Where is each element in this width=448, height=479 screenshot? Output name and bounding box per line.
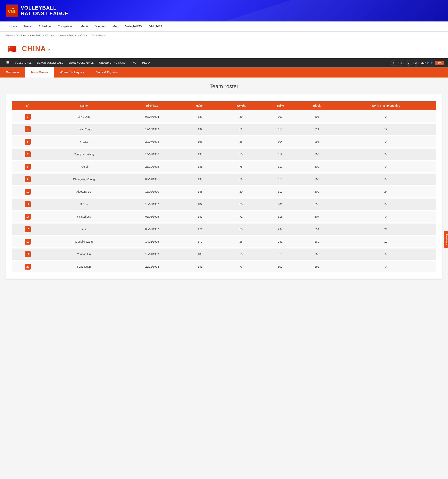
nav-men[interactable]: Men [109,21,122,32]
cell-height: 193 [180,173,220,185]
cell-birthdate: 23/10/1995 [124,161,180,172]
cell-weight: 66 [220,136,262,147]
cell-weight: 80 [220,173,262,185]
breadcrumb-item-3[interactable]: Women's Teams [58,34,76,37]
fivb-subnav: ☰ VOLLEYBALL BEACH VOLLEYBALL SNOW VOLLE… [0,58,448,67]
breadcrumb-item-2[interactable]: Women [45,34,54,37]
cell-height: 171 [180,224,220,235]
cell-birthdate: 16/02/1990 [124,186,180,197]
cell-block: 311 [299,124,335,135]
cell-block: 305 [299,248,335,260]
fivb-logo-small: FIVB [435,61,444,65]
cell-championships: 0 [335,111,436,122]
cell-number: 7 [12,148,44,160]
nav-schedule[interactable]: Schedule [35,21,54,32]
cell-weight: 65 [220,199,262,210]
section-title: Team roster [6,83,442,90]
cell-birthdate: 14/07/1997 [124,148,180,160]
number-badge: 19 [25,251,31,257]
cell-championships: 0 [335,161,436,172]
cell-spike: 309 [262,111,299,122]
cell-spike: 289 [262,236,299,247]
cell-spike: 306 [262,199,299,210]
number-badge: 5 [25,139,31,145]
cell-birthdate: 22/07/1998 [124,136,180,147]
hero-header: FIVB VNL VOLLEYBALL NATIONS LEAGUE [0,0,448,21]
cell-championships: 12 [335,236,436,247]
table-row: 18 Mengjie Wang 14/11/1995 172 65 289 28… [12,236,436,247]
cell-height: 193 [180,136,220,147]
col-birthdate: Birthdate [124,101,180,110]
cell-championships: 24 [335,186,436,197]
cell-spike: 315 [262,248,299,260]
cell-name: Yi Gao [44,136,124,147]
youtube-icon[interactable]: ▶ [406,60,411,66]
subnav-growing[interactable]: GROWING THE GAME [97,58,128,67]
number-badge: 4 [25,126,31,132]
cell-number: 18 [12,236,44,247]
tab-womens-players[interactable]: Women's Players [54,67,90,78]
cell-weight: 71 [220,211,262,222]
tab-bar: Overview Team Roster Women's Players Fac… [0,67,448,78]
cell-name: Di Yao [44,199,124,210]
breadcrumb-item-1[interactable]: Volleyball Nations League 2021 [6,34,41,37]
cell-number: 11 [12,199,44,210]
tab-facts-figures[interactable]: Facts & Figures [90,67,124,78]
subnav-volleyball[interactable]: VOLLEYBALL [13,58,34,67]
breadcrumb-sep-2: › [55,34,57,37]
menu-icon[interactable]: ☰ [4,58,12,67]
nav-women[interactable]: Women [92,21,109,32]
nav-media[interactable]: Media [77,21,92,32]
top-nav: Home News Schedule Competition Media Wom… [0,21,448,32]
table-row: 5 Yi Gao 22/07/1998 193 66 304 298 0 [12,136,436,147]
cell-championships: 0 [335,148,436,160]
cell-block: 307 [299,211,335,222]
breadcrumb-sep-1: › [43,34,45,37]
subnav-media[interactable]: MEDIA [140,58,153,67]
cell-name: Li Lin [44,224,124,235]
number-badge: 8 [25,164,31,170]
table-row: 8 Yao Li 23/10/1995 186 75 310 300 0 [12,161,436,172]
cell-weight: 65 [220,224,262,235]
nav-competition[interactable]: Competition [54,21,77,32]
feedback-label: Feedback [445,234,448,245]
number-badge: 22 [25,264,31,270]
nav-home[interactable]: Home [6,21,21,32]
cell-name: Yixin Zheng [44,211,124,222]
nav-volleyball-tv[interactable]: Volleyball TV [122,21,146,32]
subnav-beach[interactable]: BEACH VOLLEYBALL [35,58,66,67]
logo-area: FIVB VNL VOLLEYBALL NATIONS LEAGUE [6,5,68,17]
cell-number: 10 [12,186,44,197]
subnav-snow[interactable]: SNOW VOLLEYBALL [66,58,96,67]
instagram-icon[interactable]: ◉ [413,60,419,66]
breadcrumb-item-4[interactable]: China [80,34,87,37]
cell-name: Hanyu Yang [44,124,124,135]
cell-block: 298 [299,199,335,210]
table-container: N° Name Birthdate Height Weight Spike Bl… [6,94,442,279]
nav-vnl-2019[interactable]: VNL 2019 [146,21,166,32]
cell-championships: 0 [335,173,436,185]
nav-news[interactable]: News [21,21,35,32]
cell-height: 172 [180,236,220,247]
breadcrumb-sep-4: › [88,34,90,37]
tab-overview[interactable]: Overview [0,67,25,78]
country-name: CHINA [22,45,46,53]
table-row: 9 Changning Zhang 06/11/1995 193 80 315 … [12,173,436,185]
subnav-fivb[interactable]: FIVB [129,58,139,67]
signin-button[interactable]: SIGN IN 👤 [421,61,433,64]
cell-birthdate: 05/07/1992 [124,224,180,235]
number-badge: 10 [25,189,31,195]
feedback-button[interactable]: Feedback [443,231,448,248]
tab-team-roster[interactable]: Team Roster [25,67,54,78]
cell-weight: 75 [220,248,262,260]
twitter-icon[interactable]: 𝕏 [398,60,404,66]
facebook-icon[interactable]: f [391,60,396,66]
cell-spike: 294 [262,224,299,235]
cell-championships: 0 [335,248,436,260]
col-name: Name [44,101,124,110]
cell-birthdate: 07/04/1994 [124,111,180,122]
cell-spike: 312 [262,186,299,197]
cell-height: 188 [180,248,220,260]
cell-birthdate: 19/01/1993 [124,248,180,260]
country-dropdown-arrow[interactable]: ⌄ [47,46,51,52]
